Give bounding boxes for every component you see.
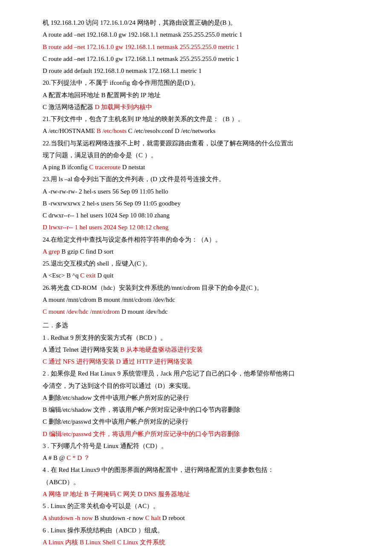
line-18: D lrwxr--r-- 1 hel users 2024 Sep 12 08:…	[43, 222, 358, 233]
line-26: 二．多选	[43, 320, 358, 331]
line-12: 现了问题，满足该目的的命令是（C ）。	[43, 150, 358, 161]
line-42: A shutdown -h now B shutdown -r now C ha…	[43, 512, 358, 523]
line-31: 令清空，为了达到这个目的你可以通过（D）来实现。	[43, 380, 358, 391]
line-25: C mount /dev/hdc /mnt/cdrom D mount /dev…	[43, 306, 358, 317]
line-3: B route add –net 172.16.1.0 gw 192.168.1…	[43, 41, 358, 52]
line-37: A # B @ C * D ？	[43, 452, 358, 463]
line-33: B 编辑/etc/shadow 文件，将该用户帐户所对应记录中的口令节内容删除	[43, 404, 358, 415]
line-44: A Linux 内核 B Linux Shell C Linux 文件系统	[43, 537, 358, 548]
line-9: 21.下列文件中，包含了主机名到 IP 地址的映射关系的文件是：（B ）。	[43, 113, 358, 124]
line-10: A /etc/HOSTNAME B /etc/hosts C /etc/reso…	[43, 125, 358, 136]
line-38: 4 . 在 Red Hat Linux9 中的图形界面的网络配置中，进行网络配置…	[43, 464, 358, 475]
line-35: D 编辑/etc/passwd 文件，将该用户帐户所对应记录中的口令节内容删除	[43, 428, 358, 439]
line-41: 5 . Linux 的正常关机命令可以是（AC）。	[43, 500, 358, 512]
line-29: C 通过 NFS 进行网络安装 D 通过 HTTP 进行网络安装	[43, 356, 358, 367]
line-21: 25.退出交互模式的 shell，应键入(C )。	[43, 258, 358, 269]
line-17: C drwxr--r-- 1 hel users 1024 Sep 10 08:…	[43, 210, 358, 221]
line-19: 24.在给定文件中查找与设定条件相符字符串的命令为：（A）。	[43, 234, 358, 245]
line-11: 22.当我们与某远程网络连接不上时，就需要跟踪路由查看，以便了解在网络的什么位置…	[43, 138, 358, 149]
line-28: A 通过 Telnet 进行网络安装 B 从本地硬盘驱动器进行安装	[43, 344, 358, 355]
main-content: 机 192.168.1.20 访问 172.16.1.0/24 网络时，其路由设…	[43, 17, 358, 548]
line-5: D route add default 192.168.1.0 netmask …	[43, 65, 358, 76]
line-16: B -rwxrwxrwx 2 hel-s users 56 Sep 09 11:…	[43, 198, 358, 209]
line-4: C route add –net 172.16.1.0 gw 172.168.1…	[43, 53, 358, 64]
line-2: A route add –net 192.168.1.0 gw 192.168.…	[43, 29, 358, 40]
line-14: 23.用 ls –al 命令列出下面的文件列表，(D )文件是符号连接文件。	[43, 173, 358, 185]
line-23: 26.将光盘 CD-ROM（hdc）安装到文件系统的/mnt/cdrom 目录下…	[43, 282, 358, 293]
line-22: A <Esc> B ^q C exit D quit	[43, 270, 358, 281]
line-43: 6 . Linux 操作系统结构由（ABCD ）组成。	[43, 525, 358, 536]
line-1: 机 192.168.1.20 访问 172.16.1.0/24 网络时，其路由设…	[43, 17, 358, 28]
line-13: A ping B ifconfig C traceroute D netstat	[43, 162, 358, 173]
line-30: 2 . 如果你是 Red Hat Linux 9 系统管理员，Jack 用户忘记…	[43, 368, 358, 379]
line-7: A 配置本地回环地址 B 配置网卡的 IP 地址	[43, 90, 358, 101]
line-20: A grep B gzip C find D sort	[43, 246, 358, 257]
line-27: 1 . Redhat 9 所支持的安装方式有（BCD ）。	[43, 332, 358, 343]
line-36: 3 . 下列哪几个符号是 Linux 通配符（CD）。	[43, 440, 358, 451]
line-34: C 删除/etc/passwd 文件中该用户帐户所对应的记录行	[43, 416, 358, 427]
line-40: A 网络 IP 地址 B 子网掩码 C 网关 D DNS 服务器地址	[43, 489, 358, 500]
line-6: 20.下列提法中，不属于 ifconfig 命令作用范围的是(D )。	[43, 77, 358, 88]
line-24: A mount /mnt/cdrom B mount /mnt/cdrom /d…	[43, 294, 358, 305]
line-32: A 删除/etc/shadow 文件中该用户帐户所对应的记录行	[43, 392, 358, 403]
line-15: A -rw-rw-rw- 2 hel-s users 56 Sep 09 11:…	[43, 186, 358, 197]
line-39: （ABCD）。	[43, 477, 358, 488]
line-8: C 激活网络适配器 D 加载网卡到内核中	[43, 101, 358, 113]
